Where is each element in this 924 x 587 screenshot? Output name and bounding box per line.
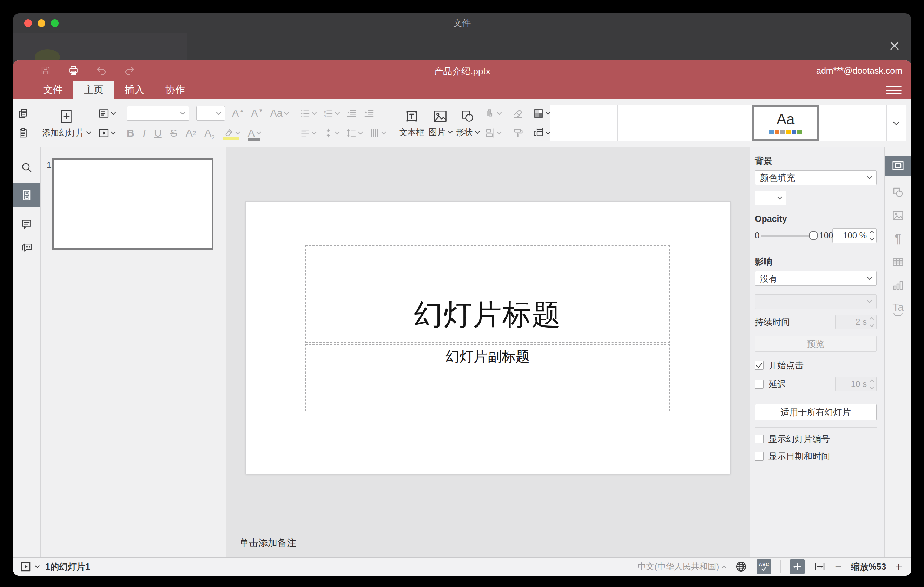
effect-type-select[interactable] (755, 294, 876, 309)
close-traffic-light[interactable] (24, 19, 32, 27)
clear-style-button[interactable] (513, 108, 524, 119)
paragraph-settings-button[interactable]: ¶ (894, 232, 901, 245)
theme-gallery-expand-button[interactable] (886, 106, 906, 141)
redo-icon[interactable] (124, 65, 135, 76)
font-color-button[interactable]: A (248, 127, 261, 139)
bullets-button[interactable] (300, 108, 316, 119)
superscript-button[interactable]: A2 (186, 127, 196, 139)
close-dialog-button[interactable] (887, 38, 902, 53)
bold-button[interactable]: B (127, 127, 134, 139)
slide-size-button[interactable] (533, 127, 550, 139)
preview-button[interactable]: 预览 (755, 336, 876, 352)
subtitle-placeholder[interactable]: 幻灯片副标题 (305, 344, 670, 411)
change-layout-button[interactable] (98, 108, 115, 119)
insert-image-button[interactable]: 图片 (427, 109, 454, 138)
spellcheck-check-icon (761, 567, 767, 572)
delay-spinner[interactable]: 10 s (835, 377, 876, 391)
opacity-slider-thumb[interactable] (809, 231, 818, 240)
spellcheck-button[interactable]: ABC (757, 559, 771, 574)
effect-select[interactable]: 没有 (755, 271, 876, 286)
font-name-combobox[interactable] (127, 106, 189, 121)
align-shape-button[interactable] (485, 128, 501, 139)
copy-style-button[interactable] (513, 127, 524, 139)
increase-indent-button[interactable] (364, 108, 374, 119)
numbered-list-button[interactable]: 123 (323, 108, 339, 119)
line-spacing-button[interactable] (346, 128, 362, 139)
opacity-spinner[interactable]: 100 % (832, 228, 876, 243)
save-icon[interactable] (40, 65, 51, 76)
zoom-in-button[interactable]: + (895, 561, 902, 572)
eraser-icon (513, 108, 524, 119)
title-placeholder[interactable]: 幻灯片标题 (305, 245, 670, 343)
horizontal-align-button[interactable] (300, 128, 316, 139)
theme-item-3[interactable] (685, 106, 752, 141)
textart-settings-button[interactable]: Ta (893, 302, 904, 316)
tab-insert[interactable]: 插入 (114, 81, 155, 99)
insert-textbox-button[interactable]: 文本框 (397, 109, 427, 138)
arrange-shape-button[interactable] (485, 108, 501, 119)
background-fill-select[interactable]: 颜色填充 (755, 170, 876, 185)
theme-item-2[interactable] (617, 106, 685, 141)
opacity-slider[interactable]: 100 (761, 235, 813, 237)
copy-button[interactable] (18, 108, 28, 119)
strikeout-button[interactable]: S (170, 127, 177, 139)
italic-button[interactable]: I (143, 127, 146, 139)
theme-item-1[interactable] (550, 106, 617, 141)
start-slideshow-button[interactable] (98, 127, 115, 139)
chat-button[interactable] (21, 242, 33, 254)
set-language-button[interactable] (735, 560, 747, 573)
chart-settings-button[interactable] (892, 279, 904, 292)
increase-font-button[interactable]: A▲ (232, 107, 244, 119)
tab-collaboration[interactable]: 协作 (155, 81, 196, 99)
slide-size-icon (533, 127, 544, 139)
chevron-down-icon (216, 110, 221, 115)
duration-spinner[interactable]: 2 s (835, 315, 876, 329)
theme-item-selected[interactable]: Aa (752, 106, 819, 141)
undo-icon[interactable] (96, 65, 107, 76)
image-settings-icon (892, 209, 904, 222)
fit-to-width-button[interactable] (814, 561, 826, 572)
notes-area[interactable]: 单击添加备注 (226, 528, 750, 557)
tab-file[interactable]: 文件 (33, 81, 73, 99)
zoom-traffic-light[interactable] (51, 19, 59, 27)
language-button[interactable]: 中文(中华人民共和国) (637, 561, 726, 572)
delay-checkbox[interactable] (755, 380, 764, 389)
tab-home[interactable]: 主页 (73, 81, 114, 99)
print-icon[interactable] (68, 65, 79, 76)
menu-hamburger-icon[interactable] (886, 84, 901, 96)
table-settings-button[interactable] (892, 256, 904, 268)
subscript-button[interactable]: A2 (204, 127, 214, 139)
slides-panel-button[interactable] (13, 183, 40, 207)
background-color-picker[interactable] (755, 191, 786, 205)
highlight-color-button[interactable] (223, 128, 239, 139)
vertical-align-button[interactable] (323, 128, 339, 139)
spinner-arrows-icon[interactable] (870, 231, 873, 240)
columns-button[interactable] (369, 128, 386, 139)
zoom-out-button[interactable]: − (835, 561, 842, 572)
decrease-font-button[interactable]: A▼ (251, 107, 263, 119)
underline-button[interactable]: U (154, 127, 162, 139)
image-settings-button[interactable] (892, 209, 904, 222)
apply-to-all-slides-button[interactable]: 适用于所有幻灯片 (755, 404, 876, 420)
font-size-combobox[interactable] (196, 106, 225, 121)
theme-item-5[interactable] (819, 106, 886, 141)
show-date-checkbox[interactable] (755, 452, 764, 461)
insert-shape-button[interactable]: 形状 (454, 109, 481, 138)
slide-thumbnail-1[interactable] (52, 158, 213, 250)
start-on-click-checkbox[interactable] (755, 361, 764, 370)
fill-color-button[interactable] (533, 108, 550, 119)
slide-1[interactable]: 幻灯片标题 幻灯片副标题 (246, 201, 730, 474)
comments-button[interactable] (21, 218, 33, 230)
minimize-traffic-light[interactable] (38, 19, 45, 27)
decrease-indent-button[interactable] (346, 108, 357, 119)
slide-settings-button[interactable] (885, 156, 911, 176)
paste-button[interactable] (18, 128, 28, 139)
search-button[interactable] (21, 162, 33, 173)
shape-settings-button[interactable] (892, 186, 904, 199)
add-slide-button[interactable]: 添加幻灯片 (40, 108, 93, 139)
show-slide-number-checkbox[interactable] (755, 435, 764, 444)
start-slideshow-status-button[interactable] (19, 560, 39, 573)
change-case-button[interactable]: Aa (270, 107, 288, 119)
fit-to-slide-button[interactable] (790, 559, 805, 574)
slide-workspace: 幻灯片标题 幻灯片副标题 (226, 147, 750, 528)
